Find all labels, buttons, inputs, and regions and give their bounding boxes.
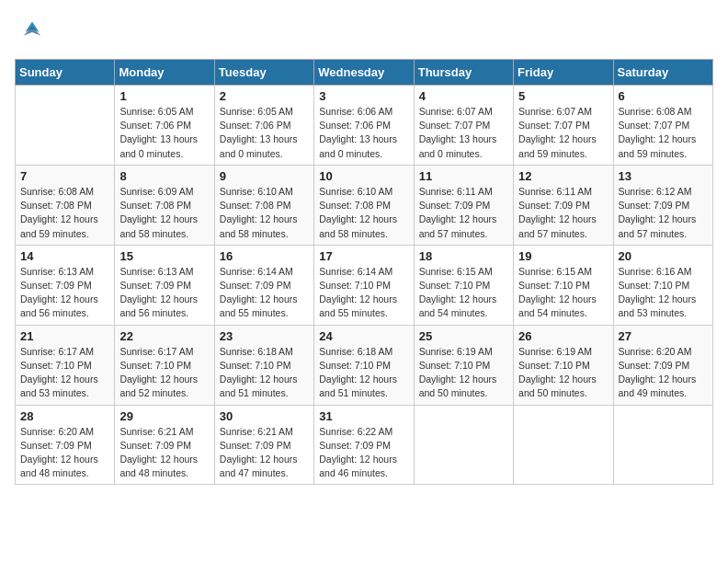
calendar-cell: 23Sunrise: 6:18 AMSunset: 7:10 PMDayligh… xyxy=(214,325,313,405)
day-number: 30 xyxy=(220,409,309,423)
day-number: 21 xyxy=(20,329,109,343)
day-number: 22 xyxy=(119,329,209,343)
day-info: Sunrise: 6:22 AMSunset: 7:09 PMDaylight:… xyxy=(319,425,408,481)
logo xyxy=(15,15,53,50)
calendar-cell: 22Sunrise: 6:17 AMSunset: 7:10 PMDayligh… xyxy=(115,325,214,405)
day-info: Sunrise: 6:17 AMSunset: 7:10 PMDaylight:… xyxy=(20,345,109,401)
day-info: Sunrise: 6:19 AMSunset: 7:10 PMDaylight:… xyxy=(419,345,508,401)
day-info: Sunrise: 6:05 AMSunset: 7:06 PMDaylight:… xyxy=(119,105,209,161)
day-number: 23 xyxy=(220,329,309,343)
day-number: 13 xyxy=(619,169,708,183)
day-info: Sunrise: 6:09 AMSunset: 7:08 PMDaylight:… xyxy=(119,185,209,241)
calendar-cell xyxy=(514,405,613,485)
calendar-cell: 26Sunrise: 6:19 AMSunset: 7:10 PMDayligh… xyxy=(514,325,613,405)
day-info: Sunrise: 6:14 AMSunset: 7:10 PMDaylight:… xyxy=(319,265,408,321)
day-info: Sunrise: 6:05 AMSunset: 7:06 PMDaylight:… xyxy=(220,105,309,161)
calendar-cell xyxy=(16,86,115,166)
calendar-cell: 19Sunrise: 6:15 AMSunset: 7:10 PMDayligh… xyxy=(514,245,613,325)
calendar-header: SundayMondayTuesdayWednesdayThursdayFrid… xyxy=(16,60,713,86)
header-day-friday: Friday xyxy=(514,60,613,86)
calendar-cell: 9Sunrise: 6:10 AMSunset: 7:08 PMDaylight… xyxy=(214,165,313,245)
week-row-4: 21Sunrise: 6:17 AMSunset: 7:10 PMDayligh… xyxy=(16,325,713,405)
calendar-table: SundayMondayTuesdayWednesdayThursdayFrid… xyxy=(15,59,713,485)
calendar-cell xyxy=(414,405,513,485)
calendar-cell: 27Sunrise: 6:20 AMSunset: 7:09 PMDayligh… xyxy=(613,325,712,405)
day-number: 12 xyxy=(518,169,608,183)
logo-bird-icon xyxy=(15,15,50,50)
day-number: 24 xyxy=(319,329,408,343)
day-number: 1 xyxy=(119,89,209,103)
calendar-cell: 28Sunrise: 6:20 AMSunset: 7:09 PMDayligh… xyxy=(16,405,115,485)
day-info: Sunrise: 6:20 AMSunset: 7:09 PMDaylight:… xyxy=(619,345,708,401)
day-number: 8 xyxy=(119,169,209,183)
day-number: 2 xyxy=(220,89,309,103)
day-number: 16 xyxy=(220,249,309,263)
day-info: Sunrise: 6:18 AMSunset: 7:10 PMDaylight:… xyxy=(220,345,309,401)
day-info: Sunrise: 6:20 AMSunset: 7:09 PMDaylight:… xyxy=(20,425,109,481)
header-day-sunday: Sunday xyxy=(16,60,115,86)
calendar-cell: 21Sunrise: 6:17 AMSunset: 7:10 PMDayligh… xyxy=(16,325,115,405)
header-row: SundayMondayTuesdayWednesdayThursdayFrid… xyxy=(16,60,713,86)
day-info: Sunrise: 6:15 AMSunset: 7:10 PMDaylight:… xyxy=(518,265,608,321)
day-info: Sunrise: 6:13 AMSunset: 7:09 PMDaylight:… xyxy=(119,265,209,321)
calendar-cell: 24Sunrise: 6:18 AMSunset: 7:10 PMDayligh… xyxy=(314,325,414,405)
header-day-wednesday: Wednesday xyxy=(314,60,414,86)
day-info: Sunrise: 6:11 AMSunset: 7:09 PMDaylight:… xyxy=(419,185,508,241)
day-number: 25 xyxy=(419,329,508,343)
calendar-cell: 12Sunrise: 6:11 AMSunset: 7:09 PMDayligh… xyxy=(514,165,613,245)
calendar-cell: 5Sunrise: 6:07 AMSunset: 7:07 PMDaylight… xyxy=(514,86,613,166)
calendar-cell: 25Sunrise: 6:19 AMSunset: 7:10 PMDayligh… xyxy=(414,325,513,405)
day-number: 29 xyxy=(119,409,209,423)
calendar-cell: 1Sunrise: 6:05 AMSunset: 7:06 PMDaylight… xyxy=(115,86,214,166)
day-info: Sunrise: 6:07 AMSunset: 7:07 PMDaylight:… xyxy=(518,105,608,161)
day-number: 7 xyxy=(20,169,109,183)
day-number: 6 xyxy=(619,89,708,103)
day-info: Sunrise: 6:19 AMSunset: 7:10 PMDaylight:… xyxy=(518,345,608,401)
calendar-cell xyxy=(613,405,712,485)
day-number: 27 xyxy=(619,329,708,343)
day-info: Sunrise: 6:13 AMSunset: 7:09 PMDaylight:… xyxy=(20,265,109,321)
calendar-cell: 30Sunrise: 6:21 AMSunset: 7:09 PMDayligh… xyxy=(214,405,313,485)
day-number: 4 xyxy=(419,89,508,103)
calendar-body: 1Sunrise: 6:05 AMSunset: 7:06 PMDaylight… xyxy=(16,86,713,485)
header-day-thursday: Thursday xyxy=(414,60,513,86)
calendar-cell: 7Sunrise: 6:08 AMSunset: 7:08 PMDaylight… xyxy=(16,165,115,245)
calendar-cell: 10Sunrise: 6:10 AMSunset: 7:08 PMDayligh… xyxy=(314,165,414,245)
calendar-cell: 11Sunrise: 6:11 AMSunset: 7:09 PMDayligh… xyxy=(414,165,513,245)
day-info: Sunrise: 6:18 AMSunset: 7:10 PMDaylight:… xyxy=(319,345,408,401)
calendar-cell: 16Sunrise: 6:14 AMSunset: 7:09 PMDayligh… xyxy=(214,245,313,325)
day-number: 18 xyxy=(419,249,508,263)
header-day-saturday: Saturday xyxy=(613,60,712,86)
header-day-monday: Monday xyxy=(115,60,214,86)
day-info: Sunrise: 6:21 AMSunset: 7:09 PMDaylight:… xyxy=(119,425,209,481)
calendar-cell: 29Sunrise: 6:21 AMSunset: 7:09 PMDayligh… xyxy=(115,405,214,485)
calendar-cell: 17Sunrise: 6:14 AMSunset: 7:10 PMDayligh… xyxy=(314,245,414,325)
page-header xyxy=(15,15,713,50)
day-number: 20 xyxy=(619,249,708,263)
calendar-cell: 20Sunrise: 6:16 AMSunset: 7:10 PMDayligh… xyxy=(613,245,712,325)
day-info: Sunrise: 6:10 AMSunset: 7:08 PMDaylight:… xyxy=(319,185,408,241)
day-info: Sunrise: 6:10 AMSunset: 7:08 PMDaylight:… xyxy=(220,185,309,241)
week-row-3: 14Sunrise: 6:13 AMSunset: 7:09 PMDayligh… xyxy=(16,245,713,325)
calendar-cell: 8Sunrise: 6:09 AMSunset: 7:08 PMDaylight… xyxy=(115,165,214,245)
calendar-cell: 6Sunrise: 6:08 AMSunset: 7:07 PMDaylight… xyxy=(613,86,712,166)
day-info: Sunrise: 6:08 AMSunset: 7:08 PMDaylight:… xyxy=(20,185,109,241)
day-info: Sunrise: 6:06 AMSunset: 7:06 PMDaylight:… xyxy=(319,105,408,161)
day-info: Sunrise: 6:16 AMSunset: 7:10 PMDaylight:… xyxy=(619,265,708,321)
day-number: 9 xyxy=(220,169,309,183)
header-day-tuesday: Tuesday xyxy=(214,60,313,86)
day-number: 5 xyxy=(518,89,608,103)
day-info: Sunrise: 6:08 AMSunset: 7:07 PMDaylight:… xyxy=(619,105,708,161)
day-number: 26 xyxy=(518,329,608,343)
day-info: Sunrise: 6:21 AMSunset: 7:09 PMDaylight:… xyxy=(220,425,309,481)
day-number: 3 xyxy=(319,89,408,103)
day-number: 17 xyxy=(319,249,408,263)
week-row-1: 1Sunrise: 6:05 AMSunset: 7:06 PMDaylight… xyxy=(16,86,713,166)
day-info: Sunrise: 6:07 AMSunset: 7:07 PMDaylight:… xyxy=(419,105,508,161)
day-number: 15 xyxy=(119,249,209,263)
calendar-cell: 4Sunrise: 6:07 AMSunset: 7:07 PMDaylight… xyxy=(414,86,513,166)
day-number: 11 xyxy=(419,169,508,183)
calendar-cell: 15Sunrise: 6:13 AMSunset: 7:09 PMDayligh… xyxy=(115,245,214,325)
day-info: Sunrise: 6:17 AMSunset: 7:10 PMDaylight:… xyxy=(119,345,209,401)
day-number: 10 xyxy=(319,169,408,183)
